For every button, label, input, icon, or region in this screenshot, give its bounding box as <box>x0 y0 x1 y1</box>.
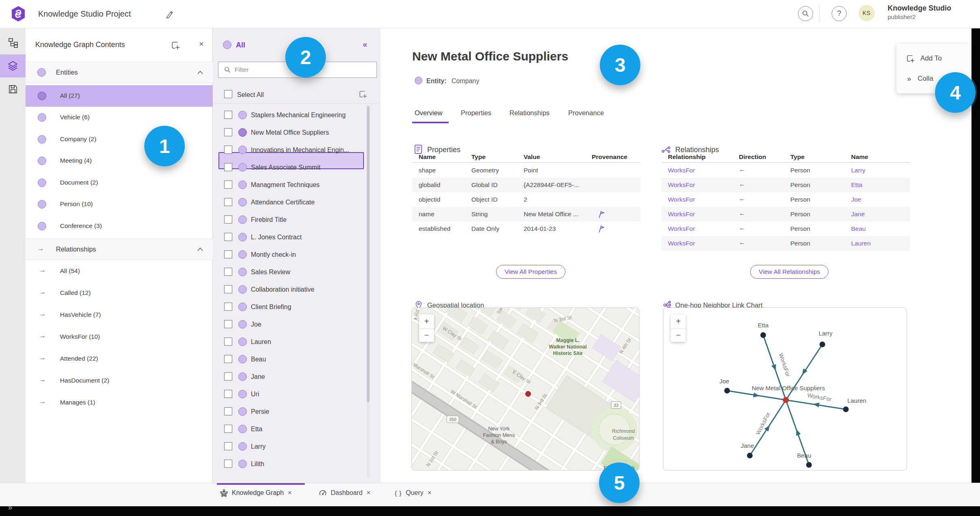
link-chart[interactable]: Etta Larry Joe Lauren Jane Beau New Meta… <box>663 307 907 471</box>
item-checkbox[interactable] <box>224 268 232 276</box>
sidebar-item-hierarchy[interactable] <box>0 31 26 54</box>
view-all-relationships-button[interactable]: View All Relationships <box>750 265 828 279</box>
item-checkbox[interactable] <box>224 181 232 189</box>
list-item[interactable]: Etta <box>213 420 380 438</box>
zoom-in-button[interactable]: + <box>419 314 434 328</box>
edit-title-icon[interactable] <box>165 10 174 19</box>
close-tab-icon[interactable]: × <box>288 489 292 497</box>
sidebar-item-relationships-worksfor[interactable]: → WorksFor (10) <box>26 326 213 348</box>
tab-properties[interactable]: Properties <box>461 109 491 117</box>
add-to-new-icon[interactable] <box>171 41 180 50</box>
select-all-checkbox[interactable] <box>224 90 232 98</box>
item-checkbox[interactable] <box>224 128 232 136</box>
chart-node-beau[interactable] <box>806 462 812 468</box>
zoom-out-button[interactable]: − <box>671 328 686 342</box>
chart-node-jane[interactable] <box>747 453 753 458</box>
sidebar-item-layers[interactable] <box>0 54 26 77</box>
sidebar-item-entities-all[interactable]: All (27) <box>26 85 213 107</box>
sidebar-item-save[interactable] <box>0 77 26 101</box>
sidebar-item-relationships-hasdocument[interactable]: → HasDocument (2) <box>26 370 213 391</box>
sidebar-item-relationships-called[interactable]: → Called (12) <box>26 282 213 304</box>
entity-link[interactable]: Jane <box>851 211 865 218</box>
chart-node-larry[interactable] <box>820 342 825 347</box>
list-item[interactable]: Persie <box>213 403 380 420</box>
entity-link[interactable]: Lauren <box>851 240 871 247</box>
list-item[interactable]: Lauren <box>213 333 380 350</box>
chart-node-center[interactable] <box>783 397 789 403</box>
item-checkbox[interactable] <box>224 442 232 450</box>
list-item[interactable]: L. Jones Contract <box>213 228 380 246</box>
entity-link[interactable]: Etta <box>851 181 862 189</box>
view-all-properties-button[interactable]: View All Properties <box>496 265 565 279</box>
entity-link[interactable]: Joe <box>851 196 861 203</box>
item-checkbox[interactable] <box>224 146 232 154</box>
item-checkbox[interactable] <box>224 303 232 311</box>
close-panel-icon[interactable]: × <box>199 39 204 49</box>
entities-section-header[interactable]: Entities <box>26 62 213 83</box>
item-checkbox[interactable] <box>224 285 232 293</box>
add-to-menu-item[interactable]: Add To <box>897 50 971 67</box>
item-checkbox[interactable] <box>224 425 232 433</box>
close-tab-icon[interactable]: × <box>428 489 432 497</box>
item-checkbox[interactable] <box>224 250 232 258</box>
geospatial-map[interactable]: W Clay St E Clay St Marshall St W Marsha… <box>411 307 640 471</box>
sidebar-item-relationships-manages[interactable]: → Manages (1) <box>26 392 213 413</box>
list-item[interactable]: Lilith <box>213 455 380 473</box>
list-item-selected[interactable]: New Metal Office Suppliers <box>213 124 380 141</box>
sidebar-item-relationships-attended[interactable]: → Attended (22) <box>26 348 213 370</box>
zoom-in-button[interactable]: + <box>671 314 686 328</box>
list-item[interactable]: Joe <box>213 316 380 333</box>
help-button[interactable]: ? <box>832 6 847 21</box>
relationship-link[interactable]: WorksFor <box>668 225 695 232</box>
list-item[interactable]: Client Briefing <box>213 298 380 316</box>
list-item[interactable]: Innovations in Mechanical Engin... <box>213 141 380 159</box>
close-tab-icon[interactable]: × <box>366 489 370 497</box>
add-to-new-icon[interactable] <box>359 90 367 99</box>
sidebar-item-entities-person[interactable]: Person (10) <box>26 194 213 215</box>
chart-node-etta[interactable] <box>760 332 766 338</box>
relationship-link[interactable]: WorksFor <box>668 181 695 189</box>
list-item[interactable]: Uri <box>213 385 380 403</box>
sidebar-item-entities-document[interactable]: Document (2) <box>26 172 213 194</box>
sidebar-item-entities-meeting[interactable]: Meeting (4) <box>26 150 213 172</box>
relationships-section-header[interactable]: → Relationships <box>26 239 213 260</box>
chart-node-joe[interactable] <box>724 388 730 393</box>
list-item[interactable]: Montly check-in <box>213 246 380 263</box>
sidebar-item-relationships-hasvehicle[interactable]: → HasVehicle (7) <box>26 304 213 326</box>
entity-link[interactable]: Larry <box>851 167 865 174</box>
list-item[interactable]: Staplers Mechanical Engineering <box>213 106 380 124</box>
item-checkbox[interactable] <box>224 198 232 206</box>
item-checkbox[interactable] <box>224 215 232 224</box>
item-checkbox[interactable] <box>224 111 232 119</box>
list-item[interactable]: Sales Review <box>213 263 380 281</box>
sidebar-item-relationships-all[interactable]: → All (54) <box>26 260 213 282</box>
list-item[interactable]: Managment Techniques <box>213 176 380 194</box>
expand-sidebar-icon[interactable]: » <box>8 503 12 512</box>
list-item[interactable]: Firebird Title <box>213 211 380 228</box>
item-checkbox[interactable] <box>224 460 232 468</box>
avatar[interactable]: KS <box>858 5 875 21</box>
list-item[interactable]: Larry <box>213 438 380 455</box>
search-button[interactable] <box>798 6 813 21</box>
list-item[interactable]: Beau <box>213 350 380 368</box>
chart-node-lauren[interactable] <box>843 406 849 412</box>
item-checkbox[interactable] <box>224 372 232 381</box>
item-checkbox[interactable] <box>224 233 232 241</box>
item-checkbox[interactable] <box>224 338 232 346</box>
item-checkbox[interactable] <box>224 390 232 398</box>
list-item[interactable]: Sales Associate Summit <box>213 159 380 176</box>
provenance-flag-icon[interactable] <box>598 210 605 218</box>
scrollbar-thumb[interactable] <box>367 106 370 402</box>
relationship-link[interactable]: WorksFor <box>668 211 695 218</box>
relationship-link[interactable]: WorksFor <box>668 196 695 203</box>
entity-link[interactable]: Beau <box>851 225 866 232</box>
tab-provenance[interactable]: Provenance <box>568 109 604 117</box>
tab-dashboard[interactable]: Dashboard × <box>319 489 370 497</box>
item-checkbox[interactable] <box>224 355 232 363</box>
list-item[interactable]: Collaboration initiative <box>213 281 380 298</box>
tab-knowledge-graph[interactable]: Knowledge Graph × <box>220 489 292 497</box>
provenance-flag-icon[interactable] <box>598 225 605 233</box>
sidebar-item-entities-conference[interactable]: Conference (3) <box>26 215 213 237</box>
tab-relationships[interactable]: Relationships <box>509 109 550 117</box>
list-item[interactable]: Jane <box>213 368 380 385</box>
